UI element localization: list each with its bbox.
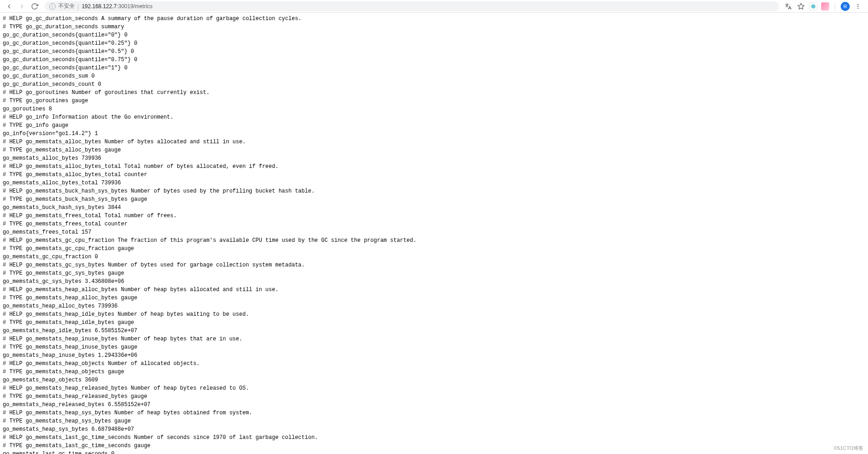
translate-glyph-icon: [785, 3, 792, 10]
svg-point-3: [858, 7, 858, 8]
url-host: 192.168.122.7: [82, 3, 117, 10]
arrow-left-icon: [5, 3, 13, 10]
address-separator: |: [78, 3, 79, 10]
star-icon: [797, 3, 805, 10]
svg-marker-0: [798, 3, 804, 9]
browser-toolbar: i 不安全 | 192.168.122.7:30019/metrics R: [0, 0, 868, 13]
reload-button[interactable]: [29, 1, 40, 12]
svg-point-1: [858, 4, 858, 5]
site-info-icon[interactable]: i: [49, 3, 56, 10]
toolbar-divider: [835, 2, 835, 10]
extension-1-icon[interactable]: [809, 2, 817, 10]
avatar-initial: R: [843, 4, 847, 9]
insecure-label: 不安全: [58, 2, 75, 10]
url-text: 192.168.122.7:30019/metrics: [82, 3, 152, 10]
metrics-output: # HELP go_gc_duration_seconds A summary …: [0, 13, 868, 454]
bookmark-icon[interactable]: [796, 2, 806, 11]
reload-icon: [31, 3, 38, 10]
svg-point-2: [858, 5, 858, 6]
address-bar[interactable]: i 不安全 | 192.168.122.7:30019/metrics: [45, 1, 779, 11]
profile-avatar[interactable]: R: [841, 2, 850, 11]
translate-icon[interactable]: [784, 2, 793, 11]
forward-button[interactable]: [16, 1, 27, 12]
url-path: :30019/metrics: [117, 3, 153, 10]
arrow-right-icon: [18, 3, 26, 10]
menu-button[interactable]: [853, 2, 863, 11]
extension-2-icon[interactable]: [821, 2, 829, 10]
back-button[interactable]: [4, 1, 15, 12]
toolbar-right: R: [784, 2, 864, 11]
watermark: ©51CTO博客: [834, 445, 863, 452]
kebab-icon: [855, 3, 861, 10]
